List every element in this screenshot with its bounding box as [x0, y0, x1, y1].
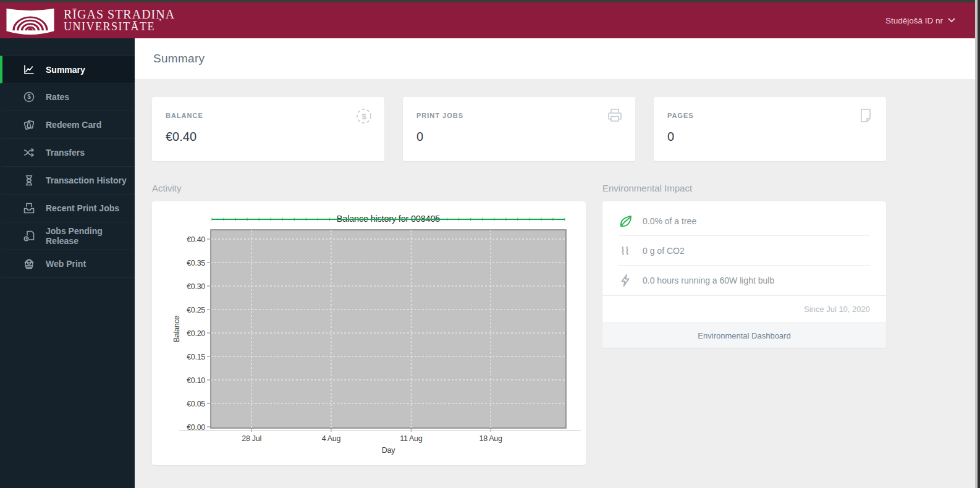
co2-icon	[619, 244, 632, 258]
university-name: RĪGAS STRADIŅA UNIVERSITĀTE	[64, 8, 175, 33]
sidebar-item-label: Jobs Pending Release	[46, 226, 135, 246]
sidebar-item-transaction-history[interactable]: Transaction History	[0, 167, 135, 195]
page-title: Summary	[153, 52, 205, 65]
svg-text:11 Aug: 11 Aug	[400, 434, 423, 443]
transfers-icon	[23, 146, 35, 159]
print-jobs-card-label: PRINT JOBS	[416, 112, 619, 119]
title-band: Summary	[135, 38, 975, 79]
summary-icon	[23, 64, 35, 76]
chevron-down-icon	[948, 18, 955, 23]
leaf-icon	[619, 214, 632, 228]
scrollbar[interactable]	[975, 0, 980, 488]
sidebar-item-web-print[interactable]: Web Print	[0, 250, 135, 278]
balance-line	[212, 218, 565, 221]
svg-text:28 Jul: 28 Jul	[242, 434, 261, 443]
lightning-icon	[619, 274, 632, 287]
svg-text:€0.10: €0.10	[187, 376, 205, 385]
sidebar-item-label: Redeem Card	[46, 120, 101, 130]
svg-text:$: $	[361, 112, 366, 121]
window-top-edge	[0, 0, 980, 2]
rates-icon: $	[23, 91, 35, 103]
scrollbar-thumb[interactable]	[978, 0, 980, 488]
pages-card: PAGES 0	[654, 97, 886, 161]
sidebar-nav: Summary $ Rates Redeem Card Transfers	[0, 56, 135, 278]
env-row-co2: 0 g of CO2	[619, 236, 870, 266]
sidebar: Summary $ Rates Redeem Card Transfers	[0, 38, 135, 488]
stat-cards-row: BALANCE €0.40 $ PRINT JOBS 0 PAGES 0	[152, 97, 886, 161]
svg-text:€0.05: €0.05	[187, 400, 205, 408]
print-jobs-card: PRINT JOBS 0	[403, 97, 635, 161]
sidebar-item-label: Web Print	[46, 259, 86, 269]
balance-card-value: €0.40	[166, 130, 368, 144]
page-icon	[856, 107, 875, 125]
env-row-tree: 0.0% of a tree	[619, 206, 870, 236]
jobs-pending-release-icon	[23, 230, 35, 242]
logo-line1: RĪGAS STRADIŅA	[64, 8, 175, 21]
recent-print-jobs-icon	[23, 202, 35, 214]
balance-icon: $	[355, 107, 373, 125]
app-header: RĪGAS STRADIŅA UNIVERSITĀTE Studējošā ID…	[0, 2, 975, 38]
transaction-history-icon	[23, 174, 35, 187]
sidebar-item-transfers[interactable]: Transfers	[0, 139, 135, 167]
svg-text:€0.40: €0.40	[187, 235, 205, 244]
web-print-icon	[23, 258, 35, 270]
balance-history-chart-card: Balance history for 008405€0.00€0.05€0.1…	[152, 201, 586, 465]
svg-text:€0.20: €0.20	[187, 329, 205, 338]
svg-text:€0.25: €0.25	[187, 306, 205, 314]
env-footer: Environmental Dashboard	[602, 322, 886, 348]
balance-card-label: BALANCE	[166, 112, 368, 119]
svg-text:Day: Day	[382, 446, 395, 455]
environmental-impact-card: 0.0% of a tree 0 g of CO2	[602, 201, 886, 348]
environmental-dashboard-link[interactable]: Environmental Dashboard	[698, 331, 790, 340]
sidebar-item-label: Transfers	[46, 148, 85, 158]
env-co2-text: 0 g of CO2	[643, 246, 685, 256]
sidebar-item-summary[interactable]: Summary	[0, 56, 135, 83]
balance-history-chart: Balance history for 008405€0.00€0.05€0.1…	[152, 205, 586, 458]
sidebar-item-redeem-card[interactable]: Redeem Card	[0, 111, 135, 139]
logo-line2: UNIVERSITĀTE	[64, 21, 175, 33]
print-jobs-card-value: 0	[416, 130, 619, 144]
sidebar-item-label: Transaction History	[46, 175, 127, 185]
account-menu[interactable]: Studējošā ID nr	[885, 16, 955, 25]
env-energy-text: 0.0 hours running a 60W light bulb	[643, 276, 774, 285]
sidebar-item-rates[interactable]: $ Rates	[0, 83, 135, 111]
account-label: Studējošā ID nr	[885, 16, 943, 25]
main-content: Summary BALANCE €0.40 $ PRINT JOBS 0	[135, 38, 975, 488]
svg-text:Balance: Balance	[172, 316, 181, 342]
sidebar-item-label: Summary	[46, 65, 85, 75]
redeem-card-icon	[23, 119, 35, 131]
svg-text:18 Aug: 18 Aug	[479, 434, 502, 443]
pages-card-value: 0	[667, 130, 870, 144]
svg-text:$: $	[27, 93, 31, 100]
svg-text:4 Aug: 4 Aug	[322, 434, 341, 443]
environmental-impact-heading: Environmental Impact	[602, 183, 886, 193]
sidebar-item-jobs-pending-release[interactable]: Jobs Pending Release	[0, 222, 135, 250]
rsu-logo-icon	[5, 4, 56, 36]
sidebar-item-recent-print-jobs[interactable]: Recent Print Jobs	[0, 195, 135, 222]
pages-card-label: PAGES	[667, 112, 870, 119]
svg-text:€0.35: €0.35	[187, 259, 205, 267]
sidebar-item-label: Recent Print Jobs	[46, 203, 119, 213]
printer-icon	[606, 107, 624, 125]
activity-heading: Activity	[152, 183, 586, 193]
svg-text:€0.30: €0.30	[187, 282, 205, 291]
env-since-date: Since Jul 10, 2020	[804, 305, 870, 314]
env-tree-text: 0.0% of a tree	[643, 216, 696, 226]
svg-text:€0.15: €0.15	[187, 353, 205, 361]
sidebar-item-label: Rates	[46, 92, 69, 102]
env-row-energy: 0.0 hours running a 60W light bulb	[619, 266, 870, 295]
university-logo: RĪGAS STRADIŅA UNIVERSITĀTE	[5, 4, 175, 36]
balance-card: BALANCE €0.40 $	[152, 97, 384, 161]
